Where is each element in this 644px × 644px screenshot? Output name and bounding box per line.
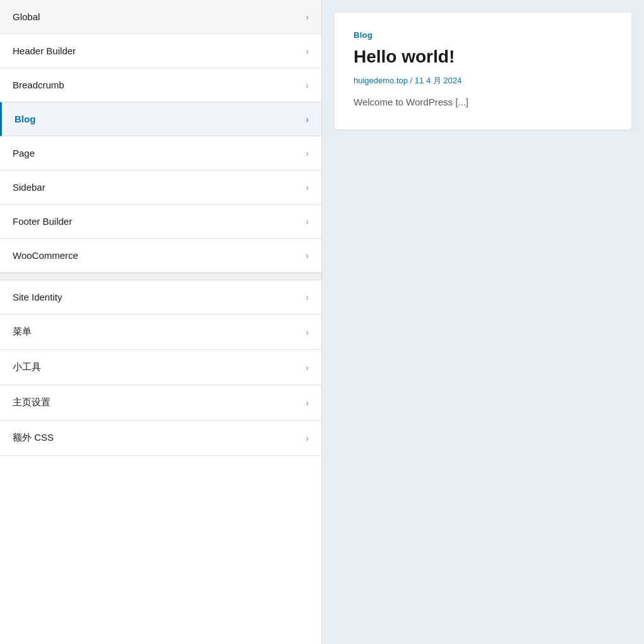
sidebar-divider [0, 273, 321, 280]
sidebar-item-breadcrumb[interactable]: Breadcrumb › [0, 68, 321, 102]
sidebar-item-menu-label: 菜单 [13, 326, 32, 338]
sidebar-item-page-label: Page [13, 148, 35, 158]
sidebar-item-extra-css[interactable]: 额外 CSS › [0, 420, 321, 456]
sidebar-item-footer-builder-label: Footer Builder [13, 216, 72, 227]
sidebar-item-extra-css-label: 额外 CSS [13, 432, 54, 444]
chevron-icon: › [306, 292, 309, 302]
sidebar-item-sidebar[interactable]: Sidebar › [0, 170, 321, 205]
sidebar-item-global[interactable]: Global › [0, 0, 321, 34]
chevron-icon: › [306, 362, 309, 373]
sidebar-item-header-builder[interactable]: Header Builder › [0, 34, 321, 68]
chevron-icon: › [306, 182, 309, 193]
sidebar-section-2: Site Identity › 菜单 › 小工具 › 主页设置 › 额外 CSS… [0, 280, 321, 456]
sidebar-item-homepage-settings[interactable]: 主页设置 › [0, 385, 321, 420]
sidebar-item-site-identity[interactable]: Site Identity › [0, 280, 321, 314]
preview-pane: Blog Hello world! huigedemo.top / 11 4 月… [322, 0, 644, 644]
chevron-icon: › [306, 251, 309, 261]
chevron-icon: › [306, 80, 309, 90]
sidebar-item-blog-label: Blog [15, 114, 35, 124]
chevron-icon: › [306, 148, 309, 158]
chevron-icon: › [306, 46, 309, 56]
chevron-icon: › [306, 398, 309, 408]
blog-excerpt: Welcome to WordPress [...] [354, 95, 612, 110]
chevron-icon: › [306, 433, 309, 443]
sidebar: Global › Header Builder › Breadcrumb › B… [0, 0, 322, 644]
sidebar-item-widgets-label: 小工具 [13, 361, 41, 373]
sidebar-item-menu[interactable]: 菜单 › [0, 314, 321, 350]
blog-meta: huigedemo.top / 11 4 月 2024 [354, 75, 612, 86]
chevron-icon: › [306, 12, 309, 22]
sidebar-item-breadcrumb-label: Breadcrumb [13, 80, 64, 90]
sidebar-item-footer-builder[interactable]: Footer Builder › [0, 205, 321, 239]
sidebar-item-blog[interactable]: Blog › [0, 102, 321, 136]
sidebar-item-site-identity-label: Site Identity [13, 292, 62, 302]
blog-preview-card: Blog Hello world! huigedemo.top / 11 4 月… [335, 13, 631, 129]
sidebar-item-widgets[interactable]: 小工具 › [0, 350, 321, 385]
sidebar-item-sidebar-label: Sidebar [13, 182, 45, 193]
blog-category: Blog [354, 30, 612, 40]
sidebar-item-homepage-settings-label: 主页设置 [13, 397, 51, 408]
sidebar-item-woocommerce[interactable]: WooCommerce › [0, 239, 321, 273]
sidebar-item-page[interactable]: Page › [0, 136, 321, 170]
sidebar-item-global-label: Global [13, 11, 40, 22]
chevron-icon: › [306, 114, 309, 124]
chevron-icon: › [306, 327, 309, 337]
sidebar-item-woocommerce-label: WooCommerce [13, 250, 78, 261]
sidebar-section-1: Global › Header Builder › Breadcrumb › B… [0, 0, 321, 273]
blog-title: Hello world! [354, 46, 612, 68]
sidebar-item-header-builder-label: Header Builder [13, 45, 76, 56]
chevron-icon: › [306, 217, 309, 227]
